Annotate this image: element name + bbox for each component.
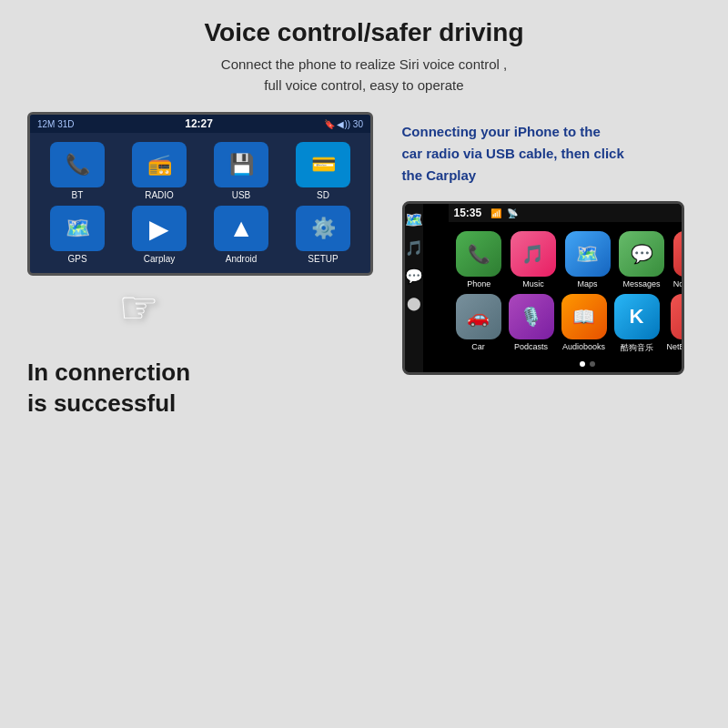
radio-label: RADIO [145,190,174,200]
dot-1 [580,361,585,367]
cp-nowplaying-icon: ▶ [673,231,684,277]
cp-app-podcasts[interactable]: 🎙️ Podcasts [509,294,554,354]
carplay-screen: 🗺️ 🎵 💬 ⬤ 15:35 📶 📡 [402,201,684,375]
cp-netease-icon: ♪ [671,294,684,339]
carplay-page-dots [449,361,684,372]
car-app-sd[interactable]: 💳 SD [285,142,361,200]
setup-label: SETUP [308,254,338,264]
page-subtitle: Connect the phone to realize Siri voice … [221,55,507,96]
carplay-label: Carplay [144,254,175,264]
carplay-home-button[interactable]: ⬤ [407,296,421,310]
cp-messages-icon: 💬 [619,231,664,277]
cp-phone-label: Phone [467,279,490,288]
cp-music-icon: 🎵 [511,231,556,277]
carplay-icon: ▶ [132,206,187,251]
cp-netease-label: NetEaseMusic [667,342,684,351]
carplay-music-icon: 🎵 [405,239,423,257]
carplay-maps-icon: 🗺️ [405,211,423,228]
left-section: 12M 31D 12:27 🔖 ◀)) 30 📞 BT 📻 RADIO 💾 [27,112,393,719]
bt-label: BT [72,190,84,200]
cp-kugou-label: 酷狗音乐 [621,342,653,354]
bt-icon: 📞 [50,142,105,187]
usb-icon: 💾 [214,142,268,187]
android-label: Android [226,254,257,264]
right-section: Connecting your iPhone to the car radio … [402,112,702,719]
cp-car-label: Car [471,342,485,351]
carplay-main-area: 15:35 📶 📡 📞 Phone 🎵 [449,204,684,372]
car-status-right: 🔖 ◀)) 30 [324,119,363,129]
cp-music-label: Music [522,279,544,288]
cp-app-audiobooks[interactable]: 📖 Audiobooks [561,294,607,354]
carplay-whatsapp-icon: 💬 [405,268,423,285]
page-container: Voice control/safer driving Connect the … [0,0,728,728]
gps-icon: 🗺️ [50,206,105,251]
cp-app-messages[interactable]: 💬 Messages [618,231,665,288]
cp-car-icon: 🚗 [456,294,501,339]
carplay-time-bar: 15:35 📶 📡 [449,204,684,222]
cp-maps-label: Maps [578,279,598,288]
sd-label: SD [317,190,329,200]
car-app-radio[interactable]: 📻 RADIO [121,142,197,200]
car-app-grid: 📞 BT 📻 RADIO 💾 USB 💳 SD [30,133,370,273]
setup-icon: ⚙️ [296,206,350,251]
car-app-android[interactable]: ▲ Android [203,206,279,264]
carplay-layout: 🗺️ 🎵 💬 ⬤ 15:35 📶 📡 [405,204,682,372]
radio-icon: 📻 [132,142,187,187]
car-app-carplay[interactable]: ▶ Carplay [121,206,197,264]
carplay-signal-icon: 📶 [490,208,501,218]
cp-app-maps[interactable]: 🗺️ Maps [564,231,612,288]
cp-app-nowplaying[interactable]: ▶ Now Playing [672,231,684,288]
right-description: Connecting your iPhone to the car radio … [402,121,633,187]
cp-app-kugou[interactable]: K 酷狗音乐 [614,294,660,354]
car-time: 12:27 [185,117,213,130]
cp-maps-icon: 🗺️ [565,231,611,277]
car-app-bt[interactable]: 📞 BT [39,142,116,200]
car-app-gps[interactable]: 🗺️ GPS [39,206,116,264]
carplay-time: 15:35 [454,207,482,219]
car-radio-screen: 12M 31D 12:27 🔖 ◀)) 30 📞 BT 📻 RADIO 💾 [27,112,373,276]
cp-app-phone[interactable]: 📞 Phone [456,231,503,288]
cp-app-car[interactable]: 🚗 Car [456,294,501,354]
cp-phone-icon: 📞 [456,231,501,277]
car-app-setup[interactable]: ⚙️ SETUP [285,206,361,264]
connection-text: In connerction is successful [27,358,190,420]
android-icon: ▲ [214,206,268,251]
carplay-wifi-icon: 📡 [507,208,518,218]
carplay-apps-row2: 🚗 Car 🎙️ Podcasts 📖 Audiobooks [449,294,684,361]
carplay-sidebar: 🗺️ 🎵 💬 ⬤ [405,204,423,372]
usb-label: USB [232,190,251,200]
car-status-left: 12M 31D [37,119,75,129]
page-title: Voice control/safer driving [204,18,523,47]
main-content: 12M 31D 12:27 🔖 ◀)) 30 📞 BT 📻 RADIO 💾 [27,112,701,719]
cp-messages-label: Messages [623,279,661,288]
gps-label: GPS [67,254,86,264]
cp-podcasts-label: Podcasts [514,342,548,351]
hand-pointer-icon: ☞ [118,281,159,334]
cp-app-music[interactable]: 🎵 Music [510,231,557,288]
dot-2 [590,361,595,367]
cp-podcasts-icon: 🎙️ [509,294,554,339]
car-app-usb[interactable]: 💾 USB [203,142,279,200]
cp-audiobooks-label: Audiobooks [562,342,605,351]
cp-nowplaying-label: Now Playing [673,279,684,288]
cp-app-netease[interactable]: ♪ NetEaseMusic [667,294,684,354]
sd-icon: 💳 [296,142,350,187]
cp-kugou-icon: K [614,294,660,339]
carplay-apps-row1: 📞 Phone 🎵 Music 🗺️ Maps [449,222,684,294]
cp-audiobooks-icon: 📖 [561,294,607,339]
car-screen-header: 12M 31D 12:27 🔖 ◀)) 30 [30,115,370,133]
